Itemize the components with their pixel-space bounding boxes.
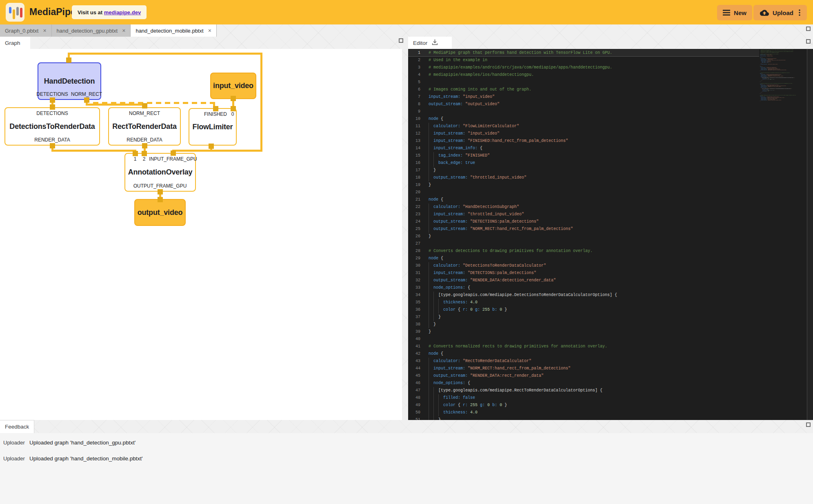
- graph-node-output_video[interactable]: output_video: [134, 199, 186, 226]
- editor-scrollbar[interactable]: [807, 49, 813, 420]
- feedback-source: Uploader: [3, 455, 29, 462]
- code-line: 46 node_options: {: [408, 380, 759, 387]
- code-line: 33 node_options: {: [408, 284, 759, 292]
- feedback-row: UploaderUploaded graph 'hand_detection_g…: [3, 435, 143, 451]
- graph-wire: [172, 150, 262, 152]
- line-number: 51: [408, 416, 420, 420]
- file-tab-label: Graph_0.pbtxt: [5, 28, 38, 34]
- line-number: 9: [408, 108, 420, 115]
- code-line: 9: [408, 108, 759, 115]
- feedback-panel-maximize-icon[interactable]: [806, 422, 811, 427]
- port-connector: [50, 104, 55, 110]
- port-connector: [142, 143, 147, 148]
- line-number: 18: [408, 174, 420, 181]
- code-line: 4# mediapipie/examples/ios/handdetection…: [408, 71, 759, 79]
- code-line: 38 }: [408, 321, 759, 328]
- upload-button[interactable]: Upload: [753, 5, 807, 20]
- file-tab[interactable]: hand_detection_gpu.pbtxt×: [52, 24, 131, 37]
- graph-node-input_video[interactable]: input_video: [210, 73, 256, 99]
- code-line: 2# Used in the example in: [408, 57, 759, 64]
- kebab-menu-icon[interactable]: [799, 9, 800, 16]
- line-number: 27: [408, 240, 420, 248]
- line-number: 44: [408, 365, 420, 372]
- line-number: 45: [408, 372, 420, 380]
- node-title: input_video: [213, 82, 253, 90]
- workspace-maximize-icon[interactable]: [806, 27, 811, 31]
- port-connector: [213, 106, 218, 111]
- file-tab[interactable]: hand_detection_mobile.pbtxt×: [131, 24, 216, 37]
- port-label: RENDER_DATA: [127, 137, 162, 143]
- port-connector: [50, 97, 55, 103]
- code-line: 36 color { r: 0 g: 255 b: 0 }: [408, 306, 759, 314]
- file-tab-close-icon[interactable]: ×: [43, 28, 46, 33]
- file-tab-close-icon[interactable]: ×: [208, 28, 211, 33]
- node-title: FlowLimiter: [193, 123, 233, 131]
- code-line: 50 thickness: 4.0: [408, 409, 759, 416]
- line-number: 6: [408, 86, 420, 93]
- line-number: 5: [408, 79, 420, 86]
- line-number: 48: [408, 394, 420, 402]
- code-lines[interactable]: 1# MediaPipe graph that performs hand de…: [408, 49, 759, 420]
- graph-panel-maximize-icon[interactable]: [399, 38, 403, 43]
- graph-tab-label: Graph: [5, 40, 20, 46]
- code-line: 31 input_stream: "DETECTIONS:palm_detect…: [408, 270, 759, 277]
- editor-panel-maximize-icon[interactable]: [806, 39, 811, 44]
- port-label: INPUT_FRAME_GPU: [149, 156, 197, 162]
- line-number: 14: [408, 145, 420, 152]
- code-editor[interactable]: 1# MediaPipe graph that performs hand de…: [408, 49, 813, 420]
- code-line: 7input_stream: "input_video": [408, 93, 759, 101]
- tab-graph[interactable]: Graph: [0, 37, 30, 49]
- code-line: 12 input_stream: "input_video": [408, 130, 759, 137]
- line-number: 35: [408, 299, 420, 306]
- code-line: 32 output_stream: "RENDER_DATA:detection…: [408, 277, 759, 284]
- hamburger-icon: [723, 10, 730, 15]
- editor-minimap[interactable]: # MediaPipe graph that performs hand det…: [760, 50, 796, 104]
- line-number: 39: [408, 328, 420, 336]
- code-line: 24 output_stream: "DETECTIONS:palm_detec…: [408, 218, 759, 225]
- file-tab-label: hand_detection_gpu.pbtxt: [57, 28, 118, 34]
- node-title: RectToRenderData: [112, 122, 177, 131]
- line-number: 19: [408, 181, 420, 189]
- download-icon[interactable]: [431, 39, 438, 47]
- node-title: HandDetection: [44, 77, 95, 86]
- code-line: 18 output_stream: "throttled_input_video…: [408, 174, 759, 181]
- code-line: 44 input_stream: "NORM_RECT:hand_rect_fr…: [408, 365, 759, 372]
- port-connector: [50, 143, 55, 148]
- port-label: DETECTIONS: [36, 111, 68, 116]
- code-line: 10node {: [408, 115, 759, 123]
- code-line: 47 [type.googleapis.com/mediapipe.RectTo…: [408, 387, 759, 394]
- new-button[interactable]: New: [717, 5, 752, 20]
- graph-canvas[interactable]: HandDetectionDETECTIONSNORM_RECTinput_vi…: [0, 49, 402, 420]
- code-line: 29node {: [408, 255, 759, 262]
- code-line: 25 output_stream: "NORM_RECT:hand_rect_f…: [408, 225, 759, 233]
- file-tab[interactable]: Graph_0.pbtxt×: [0, 24, 52, 37]
- line-number: 4: [408, 71, 420, 79]
- code-line: 17 }: [408, 167, 759, 174]
- mediapipe-visualizer: MediaPipe Visit us at mediapipe.dev New …: [0, 0, 813, 504]
- line-number: 11: [408, 123, 420, 130]
- code-line: 23 input_stream: "throttled_input_video": [408, 211, 759, 218]
- code-line: 6# Images coming into and out of the gra…: [408, 86, 759, 93]
- code-line: 34 [type.googleapis.com/mediapipe.Detect…: [408, 292, 759, 299]
- feedback-log: UploaderUploaded graph 'hand_detection_g…: [3, 435, 143, 466]
- line-number: 22: [408, 203, 420, 211]
- port-connector: [158, 197, 163, 202]
- line-number: 7: [408, 93, 420, 101]
- feedback-message: Uploaded graph 'hand_detection_mobile.pb…: [29, 455, 143, 462]
- tab-editor[interactable]: Editor: [408, 37, 452, 49]
- mediapipe-dev-link[interactable]: mediapipe.dev: [104, 9, 141, 15]
- file-tab-label: hand_detection_mobile.pbtxt: [136, 28, 203, 34]
- line-number: 20: [408, 189, 420, 196]
- line-number: 34: [408, 292, 420, 299]
- code-line: 26}: [408, 233, 759, 240]
- port-connector: [142, 151, 147, 156]
- line-number: 46: [408, 380, 420, 387]
- port-connector: [158, 189, 163, 195]
- file-tab-close-icon[interactable]: ×: [122, 28, 125, 33]
- tab-feedback[interactable]: Feedback: [0, 420, 34, 433]
- port-label: DETECTIONS: [36, 91, 68, 97]
- port-connector: [66, 57, 71, 63]
- line-number: 33: [408, 284, 420, 292]
- code-line: 51 }: [408, 416, 759, 420]
- feedback-source: Uploader: [3, 440, 29, 446]
